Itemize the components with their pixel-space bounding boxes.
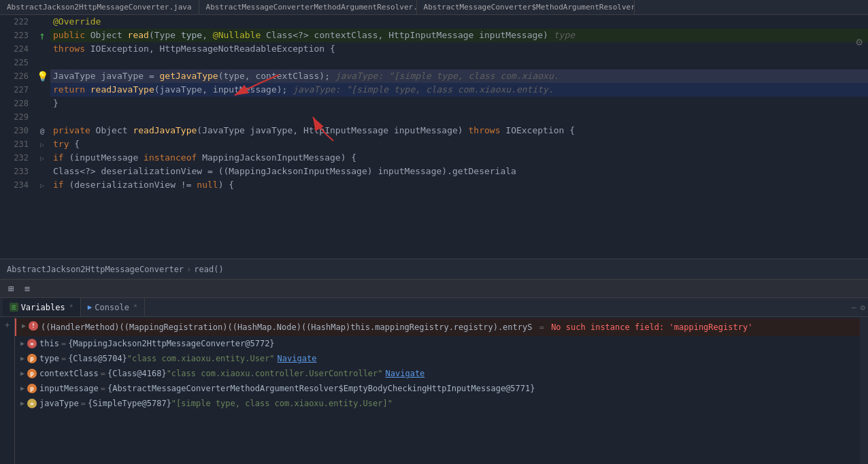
gutter: ↑ 💡 @ ▷	[34, 15, 50, 259]
code-lines: @Override public Object read(Type type, …	[50, 15, 868, 259]
code-text-226: JavaType javaType = getJavaType(type, co…	[53, 69, 559, 83]
var-row-type[interactable]: ▶ p type = {Class@5704} "class com.xiaox…	[15, 351, 860, 366]
code-line-228: }	[50, 97, 868, 110]
at-icon: @	[40, 127, 45, 135]
tab-file-2[interactable]: AbstractMessageConverterMethodArgumentRe…	[199, 0, 417, 14]
inputMessage-var-icon: p	[27, 384, 37, 393]
console-pin-icon: *	[133, 303, 137, 311]
panel-content: + ▶ ! ((HandlerMethod)((MappingRegistrat…	[0, 317, 868, 464]
right-scroll	[860, 317, 868, 464]
code-text-223: public Object read(Type type, @Nullable …	[53, 29, 575, 42]
variables-icon: ≡	[10, 303, 18, 312]
code-line-222: @Override	[50, 15, 868, 29]
console-icon: ▶	[88, 303, 93, 312]
debug-breakpoint-icon: ↑	[39, 29, 46, 42]
tab-console[interactable]: ▶ Console *	[81, 298, 145, 316]
error-expand-icon: ▶	[19, 321, 29, 331]
variables-label: Variables	[21, 303, 65, 312]
tab-bar: AbstractJackson2HttpMessageConverter.jav…	[0, 0, 868, 15]
tab-file-3[interactable]: AbstractMessageConverter$MethodArgumentR…	[417, 0, 635, 14]
code-line-223: public Object read(Type type, @Nullable …	[50, 29, 868, 42]
javaType-expand-icon: ▶	[18, 399, 27, 408]
code-text-231: try {	[53, 137, 80, 151]
breadcrumb-class: AbstractJackson2HttpMessageConverter	[7, 265, 184, 274]
console-label: Console	[95, 303, 129, 312]
code-text-222: @Override	[53, 15, 101, 29]
code-line-233: Class<?> deserializationView = ((Mapping…	[50, 165, 868, 178]
code-line-229	[50, 110, 868, 124]
code-text-233: Class<?> deserializationView = ((Mapping…	[53, 165, 516, 178]
var-row-contextClass[interactable]: ▶ p contextClass = {Class@4168} "class c…	[15, 366, 860, 381]
var-row-inputMessage[interactable]: ▶ p inputMessage = {AbstractMessageConve…	[15, 381, 860, 396]
type-var-icon: p	[27, 354, 37, 363]
breadcrumb-sep: ›	[186, 265, 191, 274]
add-watch-icon[interactable]: +	[2, 320, 13, 331]
settings-icon[interactable]: ⚙	[856, 35, 863, 48]
tab-label-1: AbstractJackson2HttpMessageConverter.jav…	[7, 3, 192, 12]
fold-icon-231[interactable]: ▷	[40, 141, 44, 148]
breadcrumb-method: read()	[194, 265, 223, 274]
bottom-panel: ≡ Variables * ▶ Console * — ⚙ +	[0, 298, 868, 464]
type-expand-icon: ▶	[18, 354, 27, 363]
code-line-227: return readJavaType(javaType, inputMessa…	[50, 83, 868, 97]
contextClass-expand-icon: ▶	[18, 369, 27, 378]
code-line-225	[50, 56, 868, 69]
error-content: ((HandlerMethod)((MappingRegistration)((…	[41, 320, 857, 335]
var-row-this[interactable]: ▶ = this = {MappingJackson2HttpMessageCo…	[15, 336, 860, 351]
error-expression-row[interactable]: ▶ ! ((HandlerMethod)((MappingRegistratio…	[15, 318, 860, 336]
code-text-224: throws IOException, HttpMessageNotReadab…	[53, 42, 335, 56]
variables-pin-icon: *	[69, 303, 73, 311]
code-line-232: if (inputMessage instanceof MappingJacks…	[50, 151, 868, 165]
code-text-227: return readJavaType(javaType, inputMessa…	[53, 83, 554, 97]
code-editor: 222 223 224 225 226 227 228 229 230 231 …	[0, 15, 868, 259]
code-text-232: if (inputMessage instanceof MappingJacks…	[53, 151, 356, 165]
fold-icon-234[interactable]: ▷	[40, 182, 44, 189]
editor-area: AbstractJackson2HttpMessageConverter.jav…	[0, 0, 868, 279]
contextClass-var-icon: p	[27, 369, 37, 378]
fold-icon-232[interactable]: ▷	[40, 154, 44, 162]
ide-window: AbstractJackson2HttpMessageConverter.jav…	[0, 0, 868, 464]
panel-settings-icon[interactable]: ⚙	[861, 303, 865, 312]
line-numbers: 222 223 224 225 226 227 228 229 230 231 …	[0, 15, 34, 259]
error-var-icon: !	[29, 321, 38, 331]
inputMessage-expand-icon: ▶	[18, 384, 27, 393]
code-text-228: }	[53, 97, 59, 110]
grid-icon[interactable]: ⊞	[5, 283, 16, 294]
tab-label-3: AbstractMessageConverter$MethodArgumentR…	[424, 3, 635, 12]
code-line-231: try {	[50, 137, 868, 151]
tab-variables[interactable]: ≡ Variables *	[3, 298, 81, 316]
code-line-230: private Object readJavaType(JavaType jav…	[50, 124, 868, 137]
tab-file-1[interactable]: AbstractJackson2HttpMessageConverter.jav…	[0, 0, 199, 14]
left-gutter: +	[0, 317, 15, 464]
var-row-javaType[interactable]: ▶ = javaType = {SimpleType@5787} "[simpl…	[15, 396, 860, 411]
this-expand-icon: ▶	[18, 339, 27, 348]
variables-list: ▶ ! ((HandlerMethod)((MappingRegistratio…	[15, 317, 860, 464]
toolbar-row: ⊞ ≡	[0, 279, 868, 298]
tab-label-2: AbstractMessageConverterMethodArgumentRe…	[206, 3, 417, 12]
code-line-226: JavaType javaType = getJavaType(type, co…	[50, 69, 868, 83]
this-var-icon: =	[27, 339, 37, 348]
javaType-var-icon: =	[27, 399, 37, 408]
code-line-224: throws IOException, HttpMessageNotReadab…	[50, 42, 868, 56]
list-icon[interactable]: ≡	[22, 283, 33, 294]
code-line-234: if (deserializationView != null) {	[50, 178, 868, 192]
panel-tab-bar: ≡ Variables * ▶ Console * — ⚙	[0, 298, 868, 317]
breadcrumb-bar: AbstractJackson2HttpMessageConverter › r…	[0, 259, 868, 279]
panel-minimize-icon[interactable]: —	[852, 303, 856, 312]
code-text-230: private Object readJavaType(JavaType jav…	[53, 124, 575, 137]
lamp-icon[interactable]: 💡	[37, 71, 48, 82]
code-text-234: if (deserializationView != null) {	[53, 178, 234, 192]
